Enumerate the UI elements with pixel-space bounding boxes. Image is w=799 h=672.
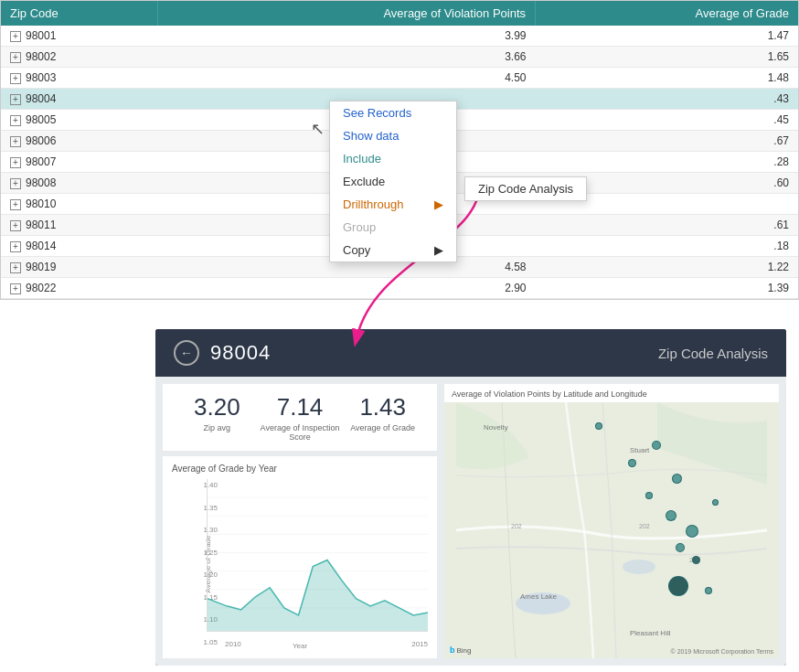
drillthrough-arrow-icon: ▶: [434, 197, 443, 211]
map-dot-5: [645, 492, 653, 499]
zip-cell: +98006: [1, 131, 157, 152]
zip-cell: +98014: [1, 236, 157, 257]
col-header-grade: Average of Grade: [536, 1, 798, 26]
context-exclude[interactable]: Exclude: [330, 170, 456, 193]
grade-cell: 1.65: [536, 47, 798, 68]
svg-text:Stuart: Stuart: [630, 446, 650, 454]
table-row[interactable]: +980222.901.39: [1, 278, 798, 299]
stat-grade-value: 1.43: [341, 393, 424, 421]
map-dot-3: [628, 459, 636, 467]
chart-container: Average of Grade by Year Average of Grad…: [163, 456, 437, 658]
stat-grade: 1.43 Average of Grade: [341, 393, 424, 442]
expand-icon[interactable]: +: [10, 73, 21, 84]
table-row[interactable]: +980034.501.48: [1, 68, 798, 89]
map-dot-2: [652, 441, 661, 450]
grade-cell: 1.39: [536, 278, 798, 299]
dashboard-header-left: ← 98004: [174, 340, 271, 366]
violation-cell: 3.99: [157, 26, 535, 47]
svg-point-11: [623, 560, 655, 574]
zip-cell: +98003: [1, 68, 157, 89]
expand-icon[interactable]: +: [10, 115, 21, 126]
bing-copyright: © 2019 Microsoft Corporation Terms: [671, 648, 773, 655]
grade-cell: 1.47: [536, 26, 798, 47]
grade-cell: .67: [536, 131, 798, 152]
context-drillthrough[interactable]: Drillthrough ▶: [330, 193, 456, 216]
expand-icon[interactable]: +: [10, 241, 21, 252]
stat-zip-avg-value: 3.20: [176, 393, 259, 421]
map-area: Novelty Stuart Ames Lake Pleasant Hill 2…: [444, 402, 779, 658]
expand-icon[interactable]: +: [10, 178, 21, 189]
svg-text:202: 202: [639, 523, 650, 529]
stat-grade-label: Average of Grade: [341, 423, 424, 432]
back-button[interactable]: ←: [174, 340, 199, 366]
col-header-zip: Zip Code: [1, 1, 157, 26]
map-dot-8: [676, 543, 685, 552]
expand-icon[interactable]: +: [10, 283, 21, 294]
bing-b: b: [450, 645, 455, 655]
violation-cell: 3.66: [157, 47, 535, 68]
table-row[interactable]: +980013.991.47: [1, 26, 798, 47]
stat-zip-avg-label: Zip avg: [176, 423, 259, 432]
x-label-2015: 2015: [411, 640, 428, 648]
expand-icon[interactable]: +: [10, 220, 21, 231]
stat-inspection: 7.14 Average of Inspection Score: [259, 393, 342, 442]
stat-inspection-value: 7.14: [259, 393, 342, 421]
grade-cell: .28: [536, 152, 798, 173]
col-header-violation: Average of Violation Points: [157, 1, 535, 26]
grade-cell: .18: [536, 236, 798, 257]
context-see-records[interactable]: See Records: [330, 101, 456, 124]
expand-icon[interactable]: +: [10, 31, 21, 42]
dashboard-header: ← 98004 Zip Code Analysis: [155, 329, 786, 377]
y-label-8: 1.05: [192, 638, 221, 646]
stats-row: 3.20 Zip avg 7.14 Average of Inspection …: [163, 384, 437, 451]
table-row[interactable]: +980023.661.65: [1, 47, 798, 68]
x-axis-title: Year: [293, 642, 307, 650]
map-roads-svg: Novelty Stuart Ames Lake Pleasant Hill 2…: [444, 402, 779, 658]
map-panel: Average of Violation Points by Latitude …: [444, 384, 779, 658]
dashboard-body: 3.20 Zip avg 7.14 Average of Inspection …: [155, 377, 786, 666]
dashboard-title: Zip Code Analysis: [658, 346, 768, 361]
svg-text:Pleasant Hill: Pleasant Hill: [630, 629, 671, 637]
svg-marker-8: [208, 560, 428, 631]
left-panel: 3.20 Zip avg 7.14 Average of Inspection …: [163, 384, 437, 658]
grade-cell: .43: [536, 89, 798, 110]
expand-icon[interactable]: +: [10, 136, 21, 147]
stat-zip-avg: 3.20 Zip avg: [176, 393, 259, 442]
context-show-data[interactable]: Show data: [330, 124, 456, 147]
grade-cell: .45: [536, 110, 798, 131]
stat-inspection-label: Average of Inspection Score: [259, 423, 342, 442]
chart-title: Average of Grade by Year: [172, 464, 428, 474]
dashboard-section: ← 98004 Zip Code Analysis 3.20 Zip avg 7…: [155, 329, 786, 666]
expand-icon[interactable]: +: [10, 52, 21, 63]
map-title: Average of Violation Points by Latitude …: [444, 384, 779, 402]
zip-cell: +98001: [1, 26, 157, 47]
grade-cell: 1.22: [536, 257, 798, 278]
bing-logo: b Bing: [450, 645, 472, 655]
zip-cell: +98019: [1, 257, 157, 278]
expand-icon[interactable]: +: [10, 94, 21, 105]
violation-cell: 4.50: [157, 68, 535, 89]
context-group: Group: [330, 216, 456, 239]
zip-cell: +98022: [1, 278, 157, 299]
grade-cell: 1.48: [536, 68, 798, 89]
zip-cell: +98002: [1, 47, 157, 68]
zip-cell: +98010: [1, 194, 157, 215]
x-label-2010: 2010: [225, 640, 241, 648]
expand-icon[interactable]: +: [10, 262, 21, 273]
grade-cell: .61: [536, 215, 798, 236]
expand-icon[interactable]: +: [10, 157, 21, 168]
zip-cell: +98011: [1, 215, 157, 236]
map-dot-6: [666, 510, 676, 521]
svg-text:Ames Lake: Ames Lake: [520, 592, 558, 601]
map-dot-7: [686, 525, 698, 538]
context-include[interactable]: Include: [330, 147, 456, 170]
zip-cell: +98007: [1, 152, 157, 173]
zip-cell: +98008: [1, 173, 157, 194]
svg-text:202: 202: [511, 523, 522, 529]
chart-plot: [207, 479, 428, 632]
drillthrough-popup[interactable]: Zip Code Analysis: [464, 176, 587, 201]
context-copy[interactable]: Copy ▶: [330, 239, 456, 261]
bing-text: Bing: [457, 646, 472, 655]
violation-cell: 2.90: [157, 278, 535, 299]
expand-icon[interactable]: +: [10, 199, 21, 210]
